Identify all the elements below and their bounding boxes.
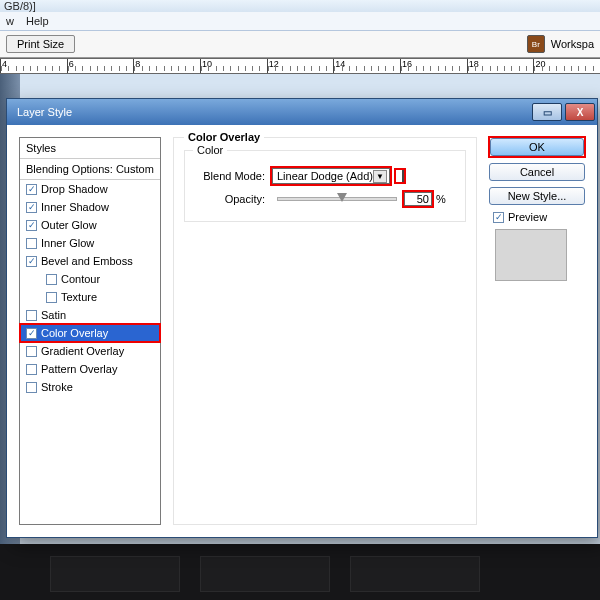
bridge-icon[interactable]: Br xyxy=(527,35,545,53)
preview-swatch xyxy=(495,229,567,281)
layer-style-dialog: Layer Style ▭ X Styles Blending Options:… xyxy=(6,98,598,538)
style-row-bevel-and-emboss[interactable]: Bevel and Emboss xyxy=(20,252,160,270)
style-row-contour[interactable]: Contour xyxy=(20,270,160,288)
style-label: Contour xyxy=(61,273,100,285)
print-size-button[interactable]: Print Size xyxy=(6,35,75,53)
style-label: Texture xyxy=(61,291,97,303)
style-label: Color Overlay xyxy=(41,327,108,339)
style-row-stroke[interactable]: Stroke xyxy=(20,378,160,396)
close-button[interactable]: X xyxy=(565,103,595,121)
canvas-dark-area xyxy=(0,544,600,600)
style-label: Gradient Overlay xyxy=(41,345,124,357)
ruler-tick xyxy=(267,59,334,73)
dialog-buttons: OK Cancel New Style... Preview xyxy=(489,137,585,525)
style-row-pattern-overlay[interactable]: Pattern Overlay xyxy=(20,360,160,378)
workspace-label: Workspa xyxy=(551,38,594,50)
style-row-satin[interactable]: Satin xyxy=(20,306,160,324)
preview-toggle[interactable]: Preview xyxy=(489,211,585,223)
dialog-title: Layer Style xyxy=(17,106,529,118)
ruler-tick xyxy=(400,59,467,73)
style-checkbox[interactable] xyxy=(26,184,37,195)
workspace-switcher[interactable]: Br Workspa xyxy=(527,35,594,53)
style-checkbox[interactable] xyxy=(26,346,37,357)
style-label: Satin xyxy=(41,309,66,321)
style-row-texture[interactable]: Texture xyxy=(20,288,160,306)
overlay-color-swatch[interactable] xyxy=(402,169,404,183)
title-bar-fragment: GB/8)] xyxy=(0,0,600,12)
maximize-button[interactable]: ▭ xyxy=(532,103,562,121)
style-checkbox[interactable] xyxy=(26,238,37,249)
blend-mode-row: Blend Mode: Linear Dodge (Add) xyxy=(193,167,457,185)
ruler-tick xyxy=(67,59,134,73)
style-checkbox[interactable] xyxy=(26,202,37,213)
color-group-title: Color xyxy=(193,144,227,156)
style-checkbox[interactable] xyxy=(46,292,57,303)
ruler-tick xyxy=(333,59,400,73)
style-row-outer-glow[interactable]: Outer Glow xyxy=(20,216,160,234)
style-label: Inner Shadow xyxy=(41,201,109,213)
ruler-tick xyxy=(133,59,200,73)
opacity-unit: % xyxy=(436,193,446,205)
preview-checkbox[interactable] xyxy=(493,212,504,223)
color-group: Color Blend Mode: Linear Dodge (Add) Opa… xyxy=(184,150,466,222)
style-label: Bevel and Emboss xyxy=(41,255,133,267)
style-checkbox[interactable] xyxy=(26,220,37,231)
preview-label: Preview xyxy=(508,211,547,223)
canvas-brick xyxy=(350,556,480,592)
panel-title: Color Overlay xyxy=(184,131,264,143)
ruler-tick xyxy=(0,59,67,73)
style-row-gradient-overlay[interactable]: Gradient Overlay xyxy=(20,342,160,360)
style-row-inner-glow[interactable]: Inner Glow xyxy=(20,234,160,252)
cancel-button[interactable]: Cancel xyxy=(489,163,585,181)
style-checkbox[interactable] xyxy=(26,328,37,339)
style-checkbox[interactable] xyxy=(26,364,37,375)
ruler-tick xyxy=(533,59,600,73)
style-checkbox[interactable] xyxy=(26,256,37,267)
opacity-label: Opacity: xyxy=(193,193,271,205)
style-label: Outer Glow xyxy=(41,219,97,231)
opacity-row: Opacity: % xyxy=(193,191,457,207)
toolbar: Print Size Br Workspa xyxy=(0,31,600,58)
opacity-input[interactable] xyxy=(404,192,432,206)
slider-thumb-icon[interactable] xyxy=(337,193,347,202)
style-checkbox[interactable] xyxy=(26,382,37,393)
canvas-brick xyxy=(200,556,330,592)
menu-help[interactable]: Help xyxy=(26,15,49,27)
ruler-tick xyxy=(200,59,267,73)
style-label: Inner Glow xyxy=(41,237,94,249)
canvas-brick xyxy=(50,556,180,592)
style-row-inner-shadow[interactable]: Inner Shadow xyxy=(20,198,160,216)
blending-options-row[interactable]: Blending Options: Custom xyxy=(20,159,160,180)
styles-header[interactable]: Styles xyxy=(20,138,160,159)
style-label: Stroke xyxy=(41,381,73,393)
style-row-drop-shadow[interactable]: Drop Shadow xyxy=(20,180,160,198)
menu-bar: w Help xyxy=(0,12,600,31)
menu-view-fragment[interactable]: w xyxy=(6,15,14,27)
style-label: Drop Shadow xyxy=(41,183,108,195)
blend-mode-label: Blend Mode: xyxy=(193,170,271,182)
ruler-tick xyxy=(467,59,534,73)
new-style-button[interactable]: New Style... xyxy=(489,187,585,205)
settings-panel: Color Overlay Color Blend Mode: Linear D… xyxy=(173,137,477,525)
style-label: Pattern Overlay xyxy=(41,363,117,375)
dialog-titlebar[interactable]: Layer Style ▭ X xyxy=(7,99,597,125)
styles-list: Styles Blending Options: Custom Drop Sha… xyxy=(19,137,161,525)
horizontal-ruler xyxy=(0,58,600,74)
style-checkbox[interactable] xyxy=(26,310,37,321)
style-checkbox[interactable] xyxy=(46,274,57,285)
blend-mode-select[interactable]: Linear Dodge (Add) xyxy=(272,168,390,184)
style-row-color-overlay[interactable]: Color Overlay xyxy=(20,324,160,342)
opacity-slider[interactable] xyxy=(277,197,397,201)
ok-button[interactable]: OK xyxy=(490,138,584,156)
